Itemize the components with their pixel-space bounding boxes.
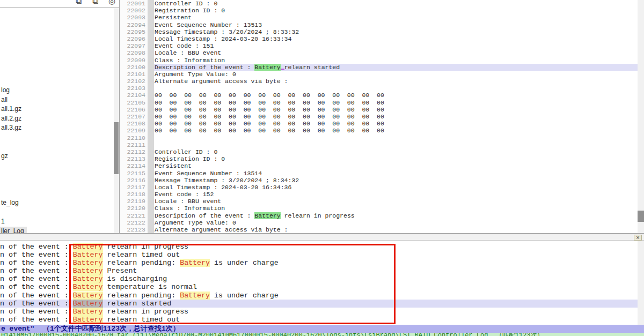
editor-panel[interactable]: 22091Controller ID : 022092Registration … bbox=[120, 0, 638, 233]
file-tree-item[interactable]: 1 bbox=[0, 217, 8, 226]
split-view-icon[interactable]: ⧉ bbox=[76, 0, 82, 6]
editor-line[interactable]: 22114Persistent bbox=[120, 162, 638, 169]
editor-line[interactable]: 22099Class : Information bbox=[120, 57, 638, 64]
line-number: 22107 bbox=[120, 113, 148, 120]
editor-line-text: Event Sequence Number : 13514 bbox=[154, 170, 638, 177]
editor-scrollbar[interactable] bbox=[638, 0, 644, 233]
results-scrollbar[interactable] bbox=[638, 241, 644, 325]
search-result-row[interactable]: n of the event : Battery relearn timed o… bbox=[0, 316, 638, 324]
search-result-row[interactable]: n of the event : Battery relearn pending… bbox=[0, 259, 638, 267]
editor-margin bbox=[148, 127, 154, 134]
line-number: 22097 bbox=[120, 42, 148, 49]
editor-line[interactable]: 22093Persistent bbox=[120, 14, 638, 21]
editor-line[interactable]: 22092Registration ID : 0 bbox=[120, 7, 638, 14]
editor-line-text bbox=[154, 135, 638, 141]
search-result-row[interactable]: n of the event : Battery relearn started bbox=[0, 300, 638, 308]
result-text: is under charge bbox=[210, 292, 279, 300]
editor-margin bbox=[148, 106, 154, 113]
editor-line-text: Locale : BBU event bbox=[154, 49, 638, 56]
sync-scroll-icon[interactable]: ◎ bbox=[108, 0, 115, 6]
file-tree-item[interactable]: all.2.gz bbox=[0, 114, 24, 123]
editor-line[interactable]: 22111 bbox=[120, 141, 638, 148]
editor-line[interactable]: 2210800 00 00 00 00 00 00 00 00 00 00 00… bbox=[120, 120, 638, 127]
search-result-row[interactable]: n of the event : Battery relearn in prog… bbox=[0, 308, 638, 316]
editor-line[interactable]: 22120Class : Information bbox=[120, 205, 638, 212]
file-tree-item[interactable]: gz bbox=[0, 152, 11, 161]
editor-line[interactable]: 22115Event Sequence Number : 13514 bbox=[120, 170, 638, 177]
editor-line[interactable]: 22123Alternate argument access via byte … bbox=[120, 226, 638, 233]
editor-line[interactable]: 22100Description of the event : Batteryr… bbox=[120, 64, 638, 71]
editor-line[interactable]: 22110 bbox=[120, 135, 638, 141]
file-tree-item[interactable]: all.3.gz bbox=[0, 123, 24, 132]
editor-text: Persistent bbox=[155, 14, 192, 21]
editor-line[interactable]: 2210500 00 00 00 00 00 00 00 00 00 00 00… bbox=[120, 99, 638, 106]
editor-margin bbox=[148, 120, 154, 127]
line-number: 22093 bbox=[120, 14, 148, 21]
result-match-battery: Battery bbox=[180, 292, 210, 300]
split-view-icon-2[interactable]: ⧉ bbox=[92, 0, 98, 6]
editor-margin bbox=[148, 135, 154, 141]
editor-line[interactable]: 22113Registration ID : 0 bbox=[120, 155, 638, 162]
editor-margin bbox=[148, 28, 154, 35]
editor-line[interactable]: 22117Local Timestamp : 2024-03-20 16:34:… bbox=[120, 184, 638, 191]
editor-line[interactable]: 22095Message Timestamp : 3/20/2024 ; 8:3… bbox=[120, 28, 638, 35]
line-number: 22110 bbox=[120, 135, 148, 141]
editor-line[interactable]: 22112Controller ID : 0 bbox=[120, 148, 638, 155]
editor-line-text: Registration ID : 0 bbox=[154, 155, 638, 162]
result-match-battery: Battery bbox=[73, 251, 103, 259]
line-number: 22122 bbox=[120, 219, 148, 226]
editor-line[interactable]: 22096Local Timestamp : 2024-03-20 16:33:… bbox=[120, 35, 638, 42]
editor-text: Local Timestamp : 2024-03-20 16:34:36 bbox=[155, 184, 291, 191]
search-result-row[interactable]: n of the event : Battery relearn pending… bbox=[0, 292, 638, 300]
result-text: is under charge bbox=[210, 259, 279, 267]
file-tree-item[interactable]: all.1.gz bbox=[0, 104, 24, 114]
editor-line[interactable]: 22122Argument Type Value: 0 bbox=[120, 219, 638, 226]
editor-line-text: Message Timestamp : 3/20/2024 ; 8:34:32 bbox=[154, 177, 638, 184]
file-tree-item[interactable]: all bbox=[0, 95, 10, 104]
search-result-row[interactable]: n of the event : Battery is discharging bbox=[0, 275, 638, 283]
result-match-battery: Battery bbox=[73, 243, 103, 251]
editor-line[interactable]: 22116Message Timestamp : 3/20/2024 ; 8:3… bbox=[120, 177, 638, 184]
result-text: relearn started bbox=[103, 300, 172, 308]
editor-scrollbar-thumb[interactable] bbox=[638, 211, 644, 222]
search-result-row[interactable]: n of the event : Battery temperature is … bbox=[0, 283, 638, 291]
editor-line[interactable]: 22101Argument Type Value: 0 bbox=[120, 71, 638, 78]
editor-line[interactable]: 22103 bbox=[120, 85, 638, 92]
file-tree-item[interactable]: ller_Log bbox=[0, 227, 27, 233]
file-tree-item[interactable]: log bbox=[0, 86, 12, 95]
search-result-row[interactable]: n of the event : Battery relearn in prog… bbox=[0, 243, 638, 251]
editor-text: Message Timestamp : 3/20/2024 ; 8:33:32 bbox=[155, 28, 299, 35]
line-number: 22095 bbox=[120, 28, 148, 35]
close-results-button[interactable]: × bbox=[634, 235, 642, 241]
editor-line[interactable]: 2210400 00 00 00 00 00 00 00 00 00 00 00… bbox=[120, 92, 638, 99]
file-tree-item[interactable]: te_log bbox=[0, 198, 21, 207]
panel-splitter[interactable]: × bbox=[0, 233, 644, 241]
line-number: 22092 bbox=[120, 7, 148, 14]
editor-margin bbox=[148, 184, 154, 191]
editor-line-text bbox=[154, 85, 638, 92]
editor-text: Persistent bbox=[155, 162, 192, 169]
editor-margin bbox=[148, 14, 154, 21]
result-prefix: n of the event : bbox=[0, 300, 73, 308]
editor-line[interactable]: 22119Locale : BBU event bbox=[120, 198, 638, 205]
editor-margin bbox=[148, 148, 154, 155]
editor-line[interactable]: 22102Alternate argument access via byte … bbox=[120, 78, 638, 85]
editor-line[interactable]: 22121Description of the event : Battery … bbox=[120, 212, 638, 219]
editor-line[interactable]: 2210900 00 00 00 00 00 00 00 00 00 00 00… bbox=[120, 127, 638, 134]
editor-margin bbox=[148, 177, 154, 184]
editor-line[interactable]: 22118Event code : 152 bbox=[120, 191, 638, 198]
editor-line[interactable]: 2210600 00 00 00 00 00 00 00 00 00 00 00… bbox=[120, 106, 638, 113]
sidebar-scrollbar-thumb[interactable] bbox=[114, 122, 119, 174]
sidebar-scrollbar[interactable] bbox=[114, 8, 119, 233]
result-text: relearn pending: bbox=[103, 292, 180, 300]
result-text: relearn timed out bbox=[103, 251, 180, 259]
search-result-row[interactable]: n of the event : Battery relearn timed o… bbox=[0, 251, 638, 259]
editor-line[interactable]: 22094Event Sequence Number : 13513 bbox=[120, 21, 638, 28]
editor-line[interactable]: 22091Controller ID : 0 bbox=[120, 0, 638, 7]
line-number: 22117 bbox=[120, 184, 148, 191]
search-result-row[interactable]: n of the event : Battery Present bbox=[0, 267, 638, 275]
editor-line[interactable]: 2210700 00 00 00 00 00 00 00 00 00 00 00… bbox=[120, 113, 638, 120]
editor-line[interactable]: 22098Locale : BBU event bbox=[120, 49, 638, 56]
line-number: 22109 bbox=[120, 127, 148, 134]
editor-line[interactable]: 22097Event code : 151 bbox=[120, 42, 638, 49]
